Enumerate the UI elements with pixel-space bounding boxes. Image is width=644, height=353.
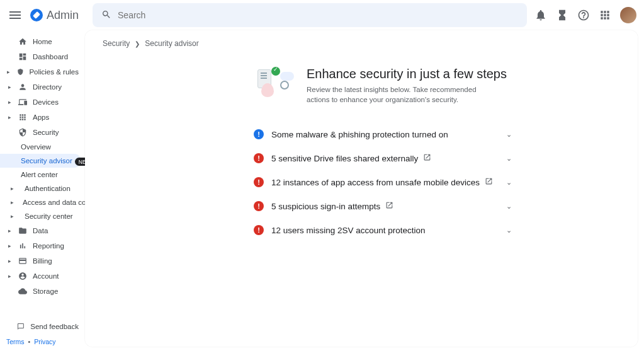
external-link-icon [485, 177, 493, 185]
cloud-icon [18, 287, 27, 296]
alert-status-icon [254, 225, 264, 235]
sidebar-item-label: Storage [33, 287, 58, 295]
policy-icon [17, 67, 24, 76]
chevron-down-icon: ⌄ [506, 226, 512, 234]
data-icon [18, 226, 27, 235]
sidebar-item-apps[interactable]: ▸ Apps [0, 110, 85, 125]
insight-row[interactable]: 5 sensitive Drive files shared externall… [254, 146, 512, 170]
send-feedback-label: Send feedback [30, 323, 79, 330]
chevron-right-icon: ▸ [11, 213, 16, 219]
chevron-down-icon: ⌄ [506, 154, 512, 163]
home-icon [18, 37, 27, 46]
product-logo[interactable]: Admin [30, 9, 79, 22]
sidebar-item-directory[interactable]: ▸ Directory [0, 79, 85, 95]
sidebar-item-label: Data [33, 227, 48, 234]
insight-row[interactable]: 12 instances of app access from unsafe m… [254, 170, 512, 194]
security-subitem-access-and-data-control[interactable]: ▸Access and data control [0, 195, 85, 209]
expand-chevron-icon: ▸ [6, 243, 13, 249]
security-subitem-alert-center[interactable]: Alert center [0, 168, 85, 182]
chevron-right-icon: ▸ [11, 185, 16, 192]
people-icon [18, 83, 27, 91]
expand-chevron-icon: ▸ [6, 114, 13, 120]
breadcrumb: Security ❯ Security advisor [103, 39, 620, 48]
subitem-label: Alert center [21, 171, 58, 178]
hamburger-menu-button[interactable] [8, 8, 23, 23]
sidebar-item-account[interactable]: ▸ Account [0, 269, 85, 284]
admin-logo-icon [30, 9, 43, 21]
hero-section: Enhance security in just a few steps Rev… [254, 67, 620, 105]
security-subitem-security-center[interactable]: ▸Security center [0, 209, 85, 223]
devices-icon [18, 98, 27, 107]
subitem-label: Overview [21, 143, 51, 151]
privacy-link[interactable]: Privacy [34, 338, 55, 345]
main-content: Security ❯ Security advisor Enhance secu… [85, 30, 638, 347]
sidebar: Home Dashboard ▸ Policies & rules ▸ Dire… [0, 30, 85, 353]
insight-row[interactable]: Some malware & phishing protection turne… [254, 122, 512, 146]
sidebar-item-home[interactable]: Home [0, 34, 85, 49]
sidebar-item-policies-rules[interactable]: ▸ Policies & rules [0, 64, 85, 79]
alert-status-icon [254, 177, 264, 187]
send-feedback-button[interactable]: Send feedback [0, 319, 85, 334]
expand-chevron-icon: ▸ [6, 273, 13, 279]
security-icon [18, 128, 27, 137]
insight-row[interactable]: 12 users missing 2SV account protection … [254, 218, 512, 242]
avatar[interactable] [620, 7, 636, 23]
search-bar[interactable] [93, 3, 527, 27]
hero-illustration [254, 67, 294, 101]
expand-chevron-icon: ▸ [6, 69, 11, 75]
insight-text: 12 users missing 2SV account protection [271, 226, 499, 235]
security-subitem-authentication[interactable]: ▸Authentication [0, 182, 85, 195]
apps-grid-icon[interactable] [599, 9, 611, 21]
chevron-down-icon: ⌄ [506, 130, 512, 139]
security-subitem-overview[interactable]: Overview [0, 140, 85, 154]
sidebar-item-label: Security [33, 129, 59, 136]
insight-text: 12 instances of app access from unsafe m… [271, 177, 499, 187]
sidebar-item-storage[interactable]: Storage [0, 284, 85, 299]
search-icon [101, 9, 111, 21]
product-name: Admin [47, 9, 79, 22]
terms-link[interactable]: Terms [6, 338, 25, 345]
insight-row[interactable]: 5 suspicious sign-in attempts ⌄ [254, 194, 512, 218]
help-icon[interactable] [577, 9, 590, 21]
insight-text: 5 suspicious sign-in attempts [271, 201, 499, 211]
reporting-icon [18, 241, 27, 250]
sidebar-item-security[interactable]: Security [0, 125, 85, 140]
sidebar-item-reporting[interactable]: ▸ Reporting [0, 238, 85, 253]
subitem-label: Security advisor [21, 157, 72, 165]
sidebar-item-label: Devices [33, 98, 59, 106]
sidebar-item-label: Billing [33, 257, 52, 265]
hourglass-icon[interactable] [556, 9, 568, 21]
feedback-icon [17, 322, 25, 331]
hero-subtitle: Review the latest insights below. Take r… [307, 84, 495, 105]
notifications-icon[interactable] [534, 9, 547, 21]
sidebar-item-label: Reporting [33, 242, 64, 250]
security-subitem-security-advisor[interactable]: Security advisorNEW [0, 154, 81, 168]
sidebar-item-billing[interactable]: ▸ Billing [0, 253, 85, 269]
dashboard-icon [18, 52, 27, 61]
hero-title: Enhance security in just a few steps [307, 67, 507, 81]
sidebar-item-data[interactable]: ▸ Data [0, 223, 85, 238]
sidebar-item-label: Directory [33, 83, 62, 91]
sidebar-item-devices[interactable]: ▸ Devices [0, 95, 85, 110]
sidebar-item-label: Apps [33, 113, 49, 121]
insight-text: Some malware & phishing protection turne… [271, 130, 499, 139]
billing-icon [18, 257, 27, 265]
chevron-right-icon: ▸ [11, 199, 14, 205]
insight-text: 5 sensitive Drive files shared externall… [271, 153, 499, 163]
search-input[interactable] [118, 10, 518, 20]
chevron-right-icon: ❯ [135, 40, 140, 47]
sidebar-item-label: Account [33, 272, 59, 280]
info-status-icon [254, 129, 264, 139]
expand-chevron-icon: ▸ [6, 84, 13, 90]
sidebar-item-label: Home [33, 38, 52, 45]
expand-chevron-icon: ▸ [6, 228, 13, 234]
external-link-icon [385, 201, 393, 209]
footer-links: Terms • Privacy [0, 334, 85, 349]
sidebar-item-label: Dashboard [33, 53, 68, 61]
account-icon [18, 272, 27, 281]
chevron-down-icon: ⌄ [506, 178, 512, 187]
breadcrumb-root[interactable]: Security [103, 39, 130, 48]
sidebar-item-dashboard[interactable]: Dashboard [0, 49, 85, 64]
expand-chevron-icon: ▸ [6, 258, 13, 264]
subitem-label: Security center [25, 212, 73, 220]
